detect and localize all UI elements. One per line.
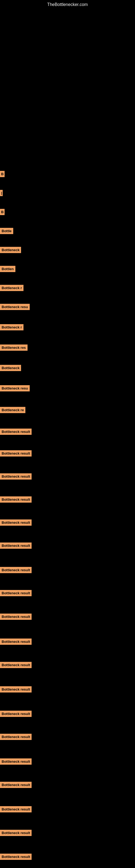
label-28: Bottleneck result (0, 758, 32, 765)
label-10: Bottleneck res (0, 344, 28, 351)
label-29: Bottleneck result (0, 782, 32, 788)
label-31: Bottleneck result (0, 830, 32, 836)
label-22: Bottleneck result (0, 614, 32, 620)
label-20: Bottleneck result (0, 567, 32, 573)
label-23: Bottleneck result (0, 639, 32, 645)
label-5: Bottleneck (0, 247, 21, 253)
label-7: Bottleneck r (0, 285, 24, 291)
label-26: Bottleneck result (0, 711, 32, 717)
label-32: Bottleneck result (0, 854, 32, 860)
label-21: Bottleneck result (0, 590, 32, 596)
label-25: Bottleneck result (0, 686, 32, 692)
label-12: Bottleneck resu (0, 385, 30, 392)
label-9: Bottleneck r (0, 324, 24, 330)
label-6: Bottlen (0, 266, 15, 272)
label-3: B (0, 209, 5, 215)
label-14: Bottleneck result (0, 429, 32, 435)
label-15: Bottleneck result (0, 450, 32, 457)
label-4: Bottle (0, 228, 13, 234)
label-19: Bottleneck result (0, 542, 32, 549)
label-1: B (0, 171, 5, 177)
label-24: Bottleneck result (0, 662, 32, 668)
label-17: Bottleneck result (0, 496, 32, 503)
label-2: | (0, 190, 3, 196)
label-8: Bottleneck resu (0, 304, 30, 310)
site-title: TheBottlenecker.com (47, 2, 88, 7)
label-18: Bottleneck result (0, 520, 32, 526)
label-27: Bottleneck result (0, 734, 32, 740)
label-16: Bottleneck result (0, 473, 32, 479)
label-13: Bottleneck re (0, 407, 26, 413)
label-30: Bottleneck result (0, 806, 32, 812)
label-11: Bottleneck (0, 365, 21, 371)
